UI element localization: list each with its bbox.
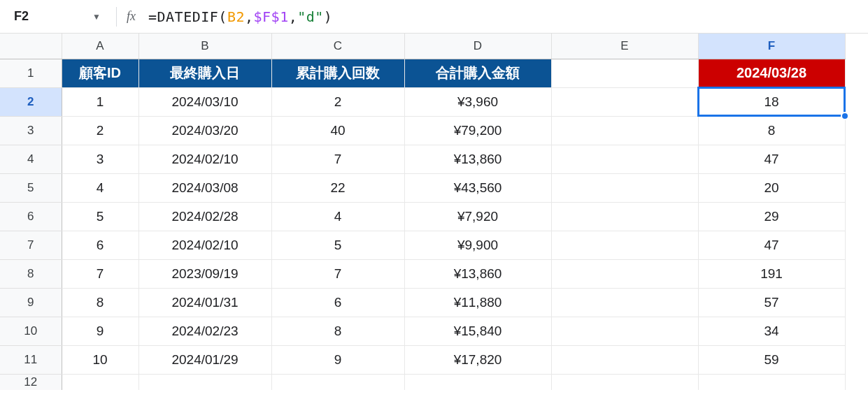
cell-F9[interactable]: 57	[698, 288, 845, 317]
cell-D5[interactable]: ¥43,560	[404, 173, 551, 202]
row-head-9[interactable]: 9	[0, 288, 62, 317]
cell-C5[interactable]: 22	[271, 173, 404, 202]
spreadsheet-grid[interactable]: ABCDEF1顧客ID最終購入日累計購入回数合計購入金額2024/03/2821…	[0, 34, 868, 390]
cell-B7[interactable]: 2024/02/10	[138, 231, 271, 259]
cell-C11[interactable]: 9	[271, 345, 404, 374]
cell-F2[interactable]: 18	[698, 87, 845, 116]
cell-F10[interactable]: 34	[698, 317, 845, 345]
cell-A1[interactable]: 顧客ID	[62, 59, 138, 87]
cell-E7[interactable]	[551, 231, 698, 259]
cell-E9[interactable]	[551, 288, 698, 317]
cell-A10[interactable]: 9	[62, 317, 138, 345]
cell-A7[interactable]: 6	[62, 231, 138, 259]
cell-F11[interactable]: 59	[698, 345, 845, 374]
cell-F12[interactable]	[698, 374, 845, 390]
name-box-text: F2	[14, 9, 92, 24]
cell-B6[interactable]: 2024/02/28	[138, 202, 271, 231]
row-head-3[interactable]: 3	[0, 116, 62, 145]
cell-C8[interactable]: 7	[271, 259, 404, 288]
cell-C6[interactable]: 4	[271, 202, 404, 231]
cell-E5[interactable]	[551, 173, 698, 202]
col-head-F[interactable]: F	[698, 34, 845, 59]
cell-E11[interactable]	[551, 345, 698, 374]
cell-E2[interactable]	[551, 87, 698, 116]
cell-B5[interactable]: 2024/03/08	[138, 173, 271, 202]
cell-C9[interactable]: 6	[271, 288, 404, 317]
cell-B10[interactable]: 2024/02/23	[138, 317, 271, 345]
cell-D3[interactable]: ¥79,200	[404, 116, 551, 145]
col-head-D[interactable]: D	[404, 34, 551, 59]
cell-C12[interactable]	[271, 374, 404, 390]
cell-C4[interactable]: 7	[271, 145, 404, 173]
cell-A6[interactable]: 5	[62, 202, 138, 231]
cell-B2[interactable]: 2024/03/10	[138, 87, 271, 116]
cell-D1[interactable]: 合計購入金額	[404, 59, 551, 87]
cell-E12[interactable]	[551, 374, 698, 390]
cell-A11[interactable]: 10	[62, 345, 138, 374]
formula-input[interactable]: =DATEDIF( B2 , $F$1 , "d" )	[148, 8, 332, 25]
row-head-11[interactable]: 11	[0, 345, 62, 374]
col-head-C[interactable]: C	[271, 34, 404, 59]
cell-E1[interactable]	[551, 59, 698, 87]
cell-F8[interactable]: 191	[698, 259, 845, 288]
selection-handle[interactable]	[841, 112, 849, 120]
cell-D2[interactable]: ¥3,960	[404, 87, 551, 116]
cell-C3[interactable]: 40	[271, 116, 404, 145]
row-head-2[interactable]: 2	[0, 87, 62, 116]
cell-D12[interactable]	[404, 374, 551, 390]
row-head-5[interactable]: 5	[0, 173, 62, 202]
cell-F7[interactable]: 47	[698, 231, 845, 259]
cell-B1[interactable]: 最終購入日	[138, 59, 271, 87]
cell-E8[interactable]	[551, 259, 698, 288]
row-head-4[interactable]: 4	[0, 145, 62, 173]
row-head-6[interactable]: 6	[0, 202, 62, 231]
cell-B12[interactable]	[138, 374, 271, 390]
cell-F4[interactable]: 47	[698, 145, 845, 173]
cell-F3[interactable]: 8	[698, 116, 845, 145]
cell-D10[interactable]: ¥15,840	[404, 317, 551, 345]
cell-E6[interactable]	[551, 202, 698, 231]
cell-E3[interactable]	[551, 116, 698, 145]
row-head-7[interactable]: 7	[0, 231, 62, 259]
cell-D9[interactable]: ¥11,880	[404, 288, 551, 317]
cell-D8[interactable]: ¥13,860	[404, 259, 551, 288]
chevron-down-icon[interactable]: ▼	[92, 12, 101, 22]
col-head-B[interactable]: B	[138, 34, 271, 59]
select-all-corner[interactable]	[0, 34, 62, 59]
cell-F6[interactable]: 29	[698, 202, 845, 231]
cell-B9[interactable]: 2024/01/31	[138, 288, 271, 317]
cell-C7[interactable]: 5	[271, 231, 404, 259]
row-head-12[interactable]: 12	[0, 374, 62, 390]
divider	[116, 7, 117, 27]
cell-B4[interactable]: 2024/02/10	[138, 145, 271, 173]
cell-A2[interactable]: 1	[62, 87, 138, 116]
cell-A8[interactable]: 7	[62, 259, 138, 288]
cell-A5[interactable]: 4	[62, 173, 138, 202]
cell-A4[interactable]: 3	[62, 145, 138, 173]
cell-A12[interactable]	[62, 374, 138, 390]
formula-comma1: ,	[245, 8, 254, 25]
cell-E4[interactable]	[551, 145, 698, 173]
cell-B8[interactable]: 2023/09/19	[138, 259, 271, 288]
col-head-A[interactable]: A	[62, 34, 138, 59]
cell-A9[interactable]: 8	[62, 288, 138, 317]
cell-B3[interactable]: 2024/03/20	[138, 116, 271, 145]
cell-F5[interactable]: 20	[698, 173, 845, 202]
name-box[interactable]: F2 ▼	[8, 9, 106, 24]
col-head-E[interactable]: E	[551, 34, 698, 59]
cell-C2[interactable]: 2	[271, 87, 404, 116]
row-head-10[interactable]: 10	[0, 317, 62, 345]
cell-C10[interactable]: 8	[271, 317, 404, 345]
row-head-1[interactable]: 1	[0, 59, 62, 87]
cell-A3[interactable]: 2	[62, 116, 138, 145]
cell-B11[interactable]: 2024/01/29	[138, 345, 271, 374]
cell-D7[interactable]: ¥9,900	[404, 231, 551, 259]
formula-prefix: =DATEDIF(	[148, 8, 227, 25]
cell-D4[interactable]: ¥13,860	[404, 145, 551, 173]
row-head-8[interactable]: 8	[0, 259, 62, 288]
cell-D6[interactable]: ¥7,920	[404, 202, 551, 231]
cell-F1[interactable]: 2024/03/28	[698, 59, 845, 87]
cell-E10[interactable]	[551, 317, 698, 345]
cell-C1[interactable]: 累計購入回数	[271, 59, 404, 87]
cell-D11[interactable]: ¥17,820	[404, 345, 551, 374]
